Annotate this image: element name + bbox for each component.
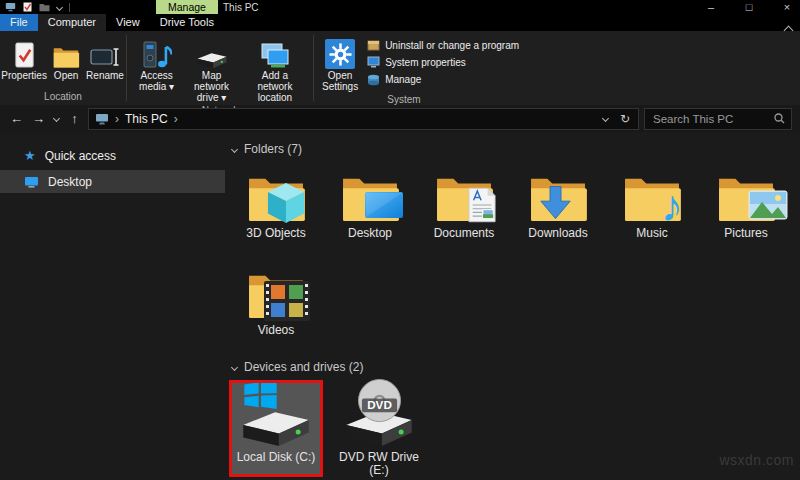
tab-file[interactable]: File <box>0 14 38 31</box>
system-properties-button[interactable]: System properties <box>367 56 519 69</box>
breadcrumb-chevron-icon[interactable]: › <box>174 112 178 126</box>
tab-drive-tools[interactable]: Drive Tools <box>150 14 224 31</box>
ribbon-group-system: Open Settings Uninstall or change a prog… <box>314 31 494 105</box>
ribbon: Properties Open Rename <box>0 31 800 105</box>
drive-label: DVD RW Drive (E:) <box>334 451 424 477</box>
qat-separator <box>69 3 70 12</box>
folder-label: Downloads <box>528 227 587 240</box>
section-header-folders[interactable]: Folders (7) <box>229 140 800 158</box>
local-disk-icon <box>229 380 323 448</box>
folder-tile-documents[interactable]: Documents <box>417 158 511 255</box>
manage-button[interactable]: Manage <box>367 73 519 86</box>
folder-tile-music[interactable]: ♪ Music <box>605 158 699 255</box>
up-button[interactable]: ↑ <box>66 108 83 130</box>
sidebar-item-quick-access[interactable]: ★ Quick access <box>0 144 225 167</box>
access-media-button[interactable]: Access media ▾ <box>133 36 180 93</box>
open-settings-label: Open Settings <box>322 70 358 92</box>
drives-row: Local Disk (C:) DVD DVD RW <box>229 380 800 477</box>
sidebar: ★ Quick access Desktop <box>0 132 225 480</box>
back-button[interactable]: ← <box>8 108 25 130</box>
open-label: Open <box>54 70 78 81</box>
breadcrumb-this-pc[interactable]: This PC <box>125 112 168 126</box>
qat-chevron-icon[interactable] <box>56 3 63 10</box>
uninstall-program-button[interactable]: Uninstall or change a program <box>367 39 519 52</box>
minimize-button[interactable]: – <box>692 0 730 14</box>
watermark: wsxdn.com <box>719 452 794 468</box>
recent-locations-button[interactable] <box>53 115 60 122</box>
maximize-button[interactable]: □ <box>730 0 768 14</box>
add-network-location-icon <box>259 37 291 70</box>
section-header-devices[interactable]: Devices and drives (2) <box>229 358 800 376</box>
sidebar-item-desktop[interactable]: Desktop <box>0 170 225 193</box>
dvd-disc-icon: DVD <box>357 378 402 423</box>
properties-button[interactable]: Properties <box>0 36 48 82</box>
devices-header-label: Devices and drives (2) <box>244 360 363 374</box>
address-dropdown-button[interactable] <box>602 115 609 122</box>
map-network-drive-label: Map network drive ▾ <box>184 70 239 103</box>
group-label-system: System <box>314 93 494 107</box>
drive-tile-local-disk-c[interactable]: Local Disk (C:) <box>229 380 323 477</box>
access-media-label: Access media ▾ <box>135 70 178 92</box>
file-explorer-window: Manage This PC – □ × File Computer View … <box>0 0 800 480</box>
folder-tile-3d-objects[interactable]: 3D Objects <box>229 158 323 255</box>
tab-view[interactable]: View <box>106 14 150 31</box>
open-settings-button[interactable]: Open Settings <box>320 36 360 93</box>
dvd-disc-text: DVD <box>367 398 392 411</box>
rename-button[interactable]: Rename <box>84 36 126 82</box>
rename-label: Rename <box>86 70 124 81</box>
drive-tile-dvd[interactable]: DVD DVD RW Drive (E:) <box>332 380 426 477</box>
3d-objects-icon <box>229 158 323 224</box>
folder-label: 3D Objects <box>246 227 305 240</box>
app-icon <box>5 2 16 12</box>
properties-label: Properties <box>1 70 47 81</box>
properties-shortcut-icon[interactable] <box>23 2 32 12</box>
map-network-drive-button[interactable]: Map network drive ▾ <box>182 36 241 104</box>
add-network-location-label: Add a network location <box>245 70 305 103</box>
pictures-icon <box>699 158 793 224</box>
breadcrumb-chevron-icon: › <box>115 112 119 126</box>
folder-tile-desktop[interactable]: Desktop <box>323 158 417 255</box>
window-title: This PC <box>223 0 259 14</box>
navigation-bar: ← → ↑ › This PC › ↻ <box>0 105 800 132</box>
ribbon-group-location: Properties Open Rename <box>0 31 126 105</box>
refresh-button[interactable]: ↻ <box>620 112 630 126</box>
settings-gear-icon <box>325 37 355 70</box>
desktop-folder-icon <box>323 158 417 224</box>
group-label-location: Location <box>0 90 126 105</box>
uninstall-label: Uninstall or change a program <box>385 40 519 51</box>
titlebar: Manage This PC – □ × <box>0 0 800 14</box>
folder-label: Documents <box>434 227 495 240</box>
properties-icon <box>13 37 36 70</box>
open-folder-icon <box>52 37 80 70</box>
folder-tile-downloads[interactable]: Downloads <box>511 158 605 255</box>
ribbon-collapse-button[interactable] <box>785 20 792 38</box>
music-icon: ♪ <box>605 158 699 224</box>
system-properties-icon <box>367 56 380 69</box>
windows-flag-icon <box>244 380 277 409</box>
drive-label: Local Disk (C:) <box>237 451 316 464</box>
manage-contextual-tab[interactable]: Manage <box>156 0 218 14</box>
close-button[interactable]: × <box>768 0 800 14</box>
folders-header-label: Folders (7) <box>244 142 302 156</box>
dvd-drive-icon: DVD <box>332 380 426 448</box>
folder-tile-videos[interactable]: Videos <box>229 255 323 352</box>
forward-button[interactable]: → <box>30 108 47 130</box>
desktop-icon <box>24 176 39 188</box>
content-pane: Folders (7) 3D Objects Desktop <box>225 132 800 480</box>
open-button[interactable]: Open <box>50 36 82 82</box>
access-media-icon <box>142 37 172 70</box>
uninstall-icon <box>367 39 380 52</box>
add-network-location-button[interactable]: Add a network location <box>243 36 307 104</box>
folder-label: Desktop <box>348 227 392 240</box>
tab-computer[interactable]: Computer <box>38 14 106 31</box>
search-icon <box>774 113 785 124</box>
new-folder-shortcut-icon[interactable] <box>39 3 50 12</box>
folder-label: Videos <box>258 324 294 337</box>
search-input[interactable] <box>651 112 770 126</box>
folder-tile-pictures[interactable]: Pictures <box>699 158 793 255</box>
search-box[interactable] <box>644 108 792 130</box>
quick-access-toolbar <box>0 0 70 14</box>
section-chevron-icon <box>231 363 238 370</box>
manage-label: Manage <box>385 74 421 85</box>
address-bar[interactable]: › This PC › ↻ <box>88 108 639 130</box>
